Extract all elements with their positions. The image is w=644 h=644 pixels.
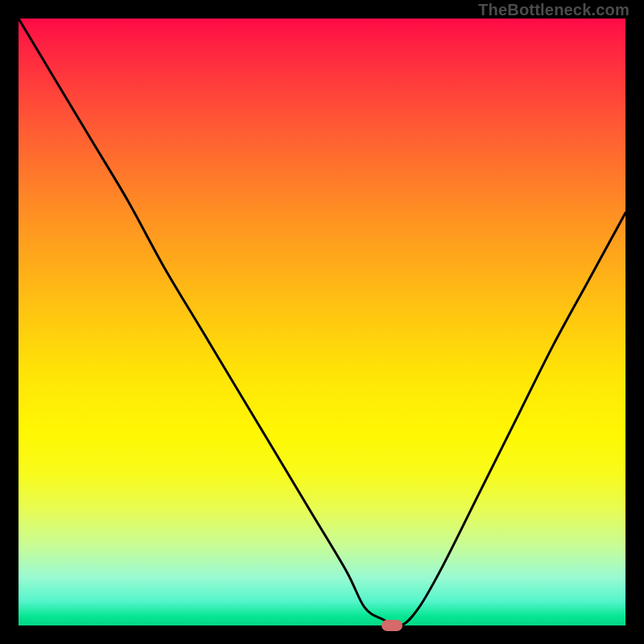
optimal-point-marker bbox=[382, 620, 402, 631]
plot-area bbox=[19, 19, 625, 625]
curve-layer bbox=[19, 19, 625, 625]
branding-watermark: TheBottleneck.com bbox=[478, 1, 630, 19]
bottleneck-curve bbox=[19, 19, 625, 625]
chart-frame: TheBottleneck.com bbox=[0, 0, 644, 644]
